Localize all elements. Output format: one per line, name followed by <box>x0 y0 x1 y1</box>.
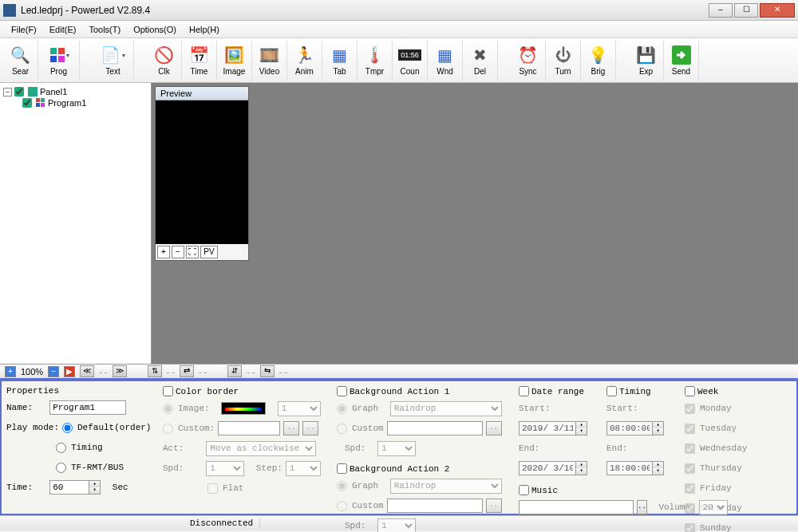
tree-item-panel1[interactable]: − Panel1 <box>3 86 148 97</box>
menu-file[interactable]: File(F) <box>5 23 43 36</box>
playmode-timing-radio[interactable] <box>56 443 66 453</box>
tool-send[interactable]: Send <box>664 41 699 81</box>
week-sun-check <box>685 523 695 533</box>
bg2-spd-select: 1 <box>377 518 416 533</box>
daterange-check[interactable] <box>519 386 529 396</box>
menu-help[interactable]: Help(H) <box>183 23 226 36</box>
name-input[interactable] <box>49 400 126 415</box>
time-unit: Sec <box>113 483 128 492</box>
cb-image-radio <box>163 404 173 414</box>
svg-rect-0 <box>50 48 57 54</box>
nav-lr2[interactable]: ⇆ <box>260 365 275 377</box>
timing-title: Timing <box>619 387 651 396</box>
tool-tab[interactable]: ▦Tab <box>322 41 358 81</box>
tool-del[interactable]: ✖Del <box>463 41 498 81</box>
bg2-graph-radio <box>337 481 347 491</box>
tool-sync[interactable]: ⏰Sync <box>511 41 546 81</box>
cb-custom-input <box>218 421 280 435</box>
window-title: Led.ledprj - PowerLed V2.89.4 <box>21 5 709 16</box>
tool-exp[interactable]: 💾Exp <box>629 41 664 81</box>
date-start-input <box>519 422 575 435</box>
week-check[interactable] <box>685 386 695 396</box>
tool-anim[interactable]: 🏃Anim <box>287 41 322 81</box>
tool-image[interactable]: 🖼️Image <box>217 41 252 81</box>
bg2-title: Background Action 2 <box>350 464 449 474</box>
window-icon: ▦ <box>435 45 456 65</box>
titlebar: Led.ledprj - PowerLed V2.89.4 – ☐ ✕ <box>0 0 798 21</box>
spin-down[interactable]: ▾ <box>89 487 100 494</box>
anim-icon: 🏃 <box>294 45 315 65</box>
playmode-default-radio[interactable] <box>62 423 73 433</box>
nav-last[interactable]: ≫ <box>113 365 127 377</box>
colorborder-check[interactable] <box>163 386 173 396</box>
pm-timing-label: Timing <box>71 443 103 452</box>
tool-text[interactable]: 📄▾Text <box>93 41 134 81</box>
week-thu-check <box>685 463 695 474</box>
week-title: Week <box>697 387 718 396</box>
tree-check[interactable] <box>14 87 24 97</box>
preview-zoom-in[interactable]: + <box>157 246 170 258</box>
date-end-input <box>519 462 575 475</box>
tree-check[interactable] <box>22 98 32 108</box>
cb-image-select: 1 <box>278 401 321 416</box>
nav-ud2[interactable]: ⇵ <box>227 365 242 377</box>
preview-body[interactable] <box>156 100 248 244</box>
thermometer-icon: 🌡️ <box>365 45 385 65</box>
timing-start-input <box>607 422 652 435</box>
week-sat-check <box>685 503 695 514</box>
daterange-title: Date range <box>531 387 584 396</box>
music-check[interactable] <box>519 485 529 495</box>
play-button[interactable]: ▶ <box>64 366 75 377</box>
svg-rect-6 <box>36 98 40 102</box>
svg-rect-9 <box>41 103 45 107</box>
playmode-tf-radio[interactable] <box>56 463 66 473</box>
bg1-graph-radio <box>337 404 347 414</box>
tool-wnd[interactable]: ▦Wnd <box>428 41 463 81</box>
preview-fit[interactable]: ⛶ <box>186 246 199 258</box>
bg1-title: Background Action 1 <box>350 387 449 396</box>
tool-tmpr[interactable]: 🌡️Tmpr <box>358 41 393 81</box>
program-icon <box>36 98 45 108</box>
week-mon-check <box>685 404 695 414</box>
time-label: Time: <box>6 483 33 492</box>
menu-tools[interactable]: Tools(T) <box>82 23 127 36</box>
zoom-out-button[interactable]: − <box>48 366 59 377</box>
tree-expand-icon[interactable]: − <box>3 88 12 97</box>
nav-first[interactable]: ≪ <box>80 365 94 377</box>
bg2-check[interactable] <box>337 463 347 474</box>
tool-brig[interactable]: 💡Brig <box>581 41 616 81</box>
tool-search[interactable]: 🔍Sear <box>3 41 38 81</box>
preview-pv[interactable]: PV <box>200 246 218 258</box>
menubar: File(F) Edit(E) Tools(T) Options(O) Help… <box>0 21 798 38</box>
cb-image-thumb <box>221 402 266 415</box>
timing-check[interactable] <box>606 386 617 396</box>
tool-time[interactable]: 📅Time <box>182 41 217 81</box>
menu-options[interactable]: Options(O) <box>127 23 183 36</box>
tool-clk[interactable]: 🚫Clk <box>147 41 182 81</box>
tool-video[interactable]: 🎞️Video <box>252 41 287 81</box>
close-button[interactable]: ✕ <box>760 3 795 18</box>
bg1-custom-radio <box>337 424 347 434</box>
maximize-button[interactable]: ☐ <box>734 3 758 18</box>
preview-zoom-out[interactable]: − <box>172 246 184 258</box>
cb-act-select: Move as clockwise <box>206 441 316 456</box>
tool-coun[interactable]: 01:56Coun <box>393 41 428 81</box>
zoom-in-button[interactable]: + <box>5 366 16 377</box>
colorborder-title: Color border <box>176 387 239 396</box>
nav-lr[interactable]: ⇄ <box>180 365 194 377</box>
tool-prog[interactable]: ▾Prog <box>38 41 80 81</box>
tree-item-program1[interactable]: Program1 <box>22 97 148 108</box>
canvas-area[interactable]: Preview + − ⛶ PV <box>152 83 798 364</box>
tool-turn[interactable]: ⏻Turn <box>546 41 581 81</box>
time-input[interactable] <box>50 481 89 494</box>
minimize-button[interactable]: – <box>709 3 733 18</box>
tree-label: Program1 <box>48 98 86 108</box>
pm-tf-label: TF-RMT/BUS <box>71 463 124 472</box>
status-connection: Disconnected <box>184 518 260 528</box>
menu-edit[interactable]: Edit(E) <box>43 23 83 36</box>
nav-up[interactable]: ⇅ <box>148 365 162 377</box>
bg1-spd-select: 1 <box>377 441 416 456</box>
magnifier-icon: 🔍 <box>10 45 31 65</box>
bg1-check[interactable] <box>337 386 347 396</box>
image-icon: 🖼️ <box>224 45 245 65</box>
